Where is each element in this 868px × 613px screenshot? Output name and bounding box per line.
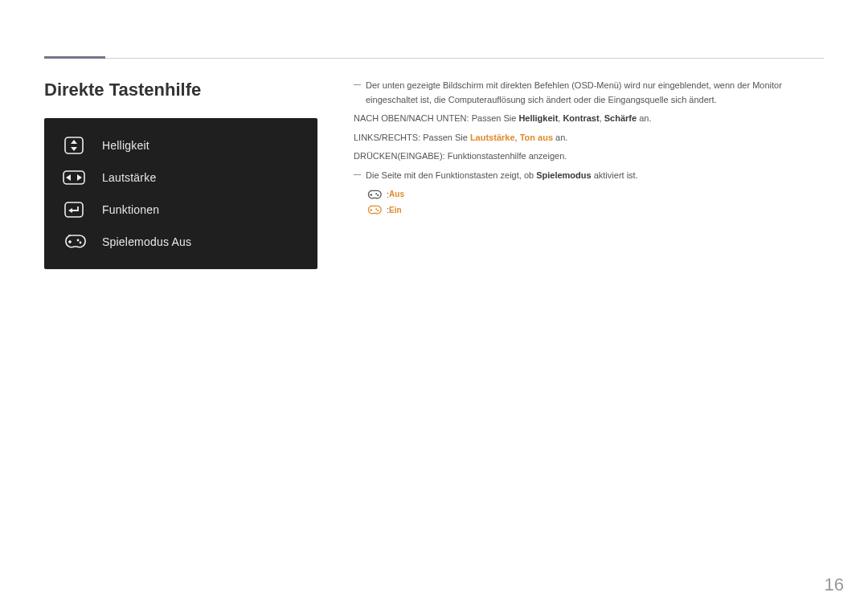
instruction-line: DRÜCKEN(EINGABE): Funktionstastenhilfe a… xyxy=(354,149,821,164)
text: LINKS/RECHTS: Passen Sie xyxy=(354,133,470,142)
gamepad-icon xyxy=(62,233,86,251)
enter-icon xyxy=(62,201,86,219)
osd-row-volume: Lautstärke xyxy=(44,161,317,194)
osd-label: Funktionen xyxy=(102,203,159,216)
note-text: Der unten gezeigte Bildschirm mit direkt… xyxy=(366,79,821,107)
svg-marker-1 xyxy=(71,140,77,144)
svg-marker-2 xyxy=(71,147,77,151)
keyword: Schärfe xyxy=(604,113,637,123)
header-rule xyxy=(44,58,824,59)
left-right-icon xyxy=(62,169,86,186)
note-dash-icon: — xyxy=(354,79,366,107)
osd-label: Spielemodus Aus xyxy=(102,235,191,248)
keyword: Kontrast xyxy=(563,113,599,123)
note-dash-icon: — xyxy=(354,169,366,183)
svg-point-18 xyxy=(375,209,377,210)
svg-marker-4 xyxy=(66,174,71,181)
status-label: Aus xyxy=(389,188,404,201)
gamemode-off-indicator: : Aus xyxy=(366,188,821,202)
up-down-icon xyxy=(62,137,86,154)
description-column: — Der unten gezeigte Bildschirm mit dire… xyxy=(354,79,821,219)
gamemode-on-indicator: : Ein xyxy=(366,203,821,218)
osd-row-functions: Funktionen xyxy=(44,194,317,226)
svg-point-11 xyxy=(80,242,82,244)
osd-row-brightness: Helligkeit xyxy=(44,129,317,161)
text: an. xyxy=(553,133,567,142)
instruction-line: NACH OBEN/NACH UNTEN: Passen Sie Helligk… xyxy=(354,112,821,126)
status-label: Ein xyxy=(389,204,402,217)
instruction-line: LINKS/RECHTS: Passen Sie Lautstärke, Ton… xyxy=(354,131,821,145)
text: Die Seite mit den Funktionstasten zeigt,… xyxy=(366,170,536,180)
text: an. xyxy=(637,113,651,123)
page-title: Direkte Tastenhilfe xyxy=(44,80,317,100)
svg-rect-6 xyxy=(65,202,83,217)
note-text: Die Seite mit den Funktionstasten zeigt,… xyxy=(366,169,821,183)
svg-marker-5 xyxy=(77,174,82,181)
text: NACH OBEN/NACH UNTEN: Passen Sie xyxy=(354,113,518,123)
svg-point-15 xyxy=(377,194,379,196)
svg-point-14 xyxy=(375,193,377,194)
note-line: — Die Seite mit den Funktionstasten zeig… xyxy=(354,169,821,183)
gamepad-on-icon xyxy=(366,205,382,216)
gamepad-off-icon xyxy=(366,189,382,200)
keyword: Ton aus xyxy=(520,133,553,142)
svg-point-10 xyxy=(77,239,80,242)
note-line: — Der unten gezeigte Bildschirm mit dire… xyxy=(354,79,821,107)
text: aktiviert ist. xyxy=(592,170,638,180)
svg-marker-7 xyxy=(68,208,72,213)
keyword: Lautstärke xyxy=(470,133,515,142)
osd-panel: Helligkeit Lautstärke Funktionen xyxy=(44,118,317,269)
svg-point-19 xyxy=(377,210,379,212)
osd-row-gamemode: Spielemodus Aus xyxy=(44,226,317,258)
page-number: 16 xyxy=(825,574,844,595)
header-accent xyxy=(44,56,105,59)
keyword: Helligkeit xyxy=(518,113,558,123)
keyword: Spielemodus xyxy=(536,170,591,180)
osd-label: Lautstärke xyxy=(102,171,156,184)
osd-label: Helligkeit xyxy=(102,139,149,152)
